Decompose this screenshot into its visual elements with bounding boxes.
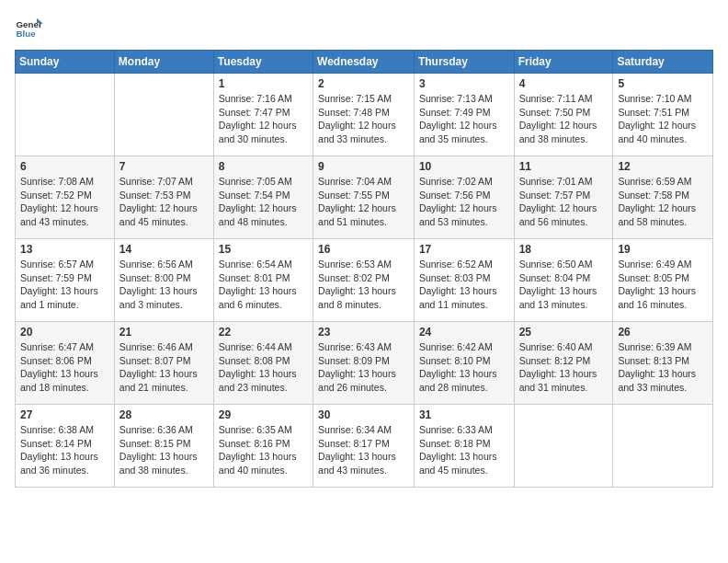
calendar-cell: 6Sunrise: 7:08 AMSunset: 7:52 PMDaylight… [16, 156, 115, 239]
day-info: Sunrise: 6:36 AMSunset: 8:15 PMDaylight:… [119, 423, 209, 477]
calendar-cell: 24Sunrise: 6:42 AMSunset: 8:10 PMDayligh… [414, 322, 514, 405]
day-number: 22 [219, 326, 308, 339]
day-number: 10 [419, 160, 509, 173]
day-info: Sunrise: 6:43 AMSunset: 8:09 PMDaylight:… [318, 340, 409, 395]
day-number: 2 [318, 77, 409, 90]
calendar-cell: 9Sunrise: 7:04 AMSunset: 7:55 PMDaylight… [313, 156, 415, 239]
day-info: Sunrise: 7:15 AMSunset: 7:48 PMDaylight:… [318, 92, 409, 146]
calendar-cell: 3Sunrise: 7:13 AMSunset: 7:49 PMDaylight… [414, 74, 514, 156]
day-info: Sunrise: 6:49 AMSunset: 8:05 PMDaylight:… [618, 258, 708, 312]
day-info: Sunrise: 6:53 AMSunset: 8:02 PMDaylight:… [318, 258, 409, 312]
day-number: 26 [618, 326, 708, 339]
day-number: 3 [419, 77, 509, 90]
day-info: Sunrise: 6:40 AMSunset: 8:12 PMDaylight:… [519, 340, 609, 395]
day-info: Sunrise: 6:50 AMSunset: 8:04 PMDaylight:… [519, 258, 609, 312]
calendar-week-row: 13Sunrise: 6:57 AMSunset: 7:59 PMDayligh… [16, 239, 713, 322]
calendar-week-row: 6Sunrise: 7:08 AMSunset: 7:52 PMDaylight… [16, 156, 713, 239]
calendar-table: SundayMondayTuesdayWednesdayThursdayFrid… [15, 50, 713, 488]
calendar-cell: 5Sunrise: 7:10 AMSunset: 7:51 PMDaylight… [613, 74, 713, 156]
calendar-cell: 23Sunrise: 6:43 AMSunset: 8:09 PMDayligh… [313, 322, 415, 405]
day-info: Sunrise: 6:44 AMSunset: 8:08 PMDaylight:… [219, 340, 308, 395]
day-info: Sunrise: 7:16 AMSunset: 7:47 PMDaylight:… [219, 92, 308, 146]
calendar-cell: 4Sunrise: 7:11 AMSunset: 7:50 PMDaylight… [514, 74, 613, 156]
day-number: 16 [318, 243, 409, 256]
day-number: 23 [318, 326, 409, 339]
day-number: 14 [119, 243, 209, 256]
calendar-cell: 17Sunrise: 6:52 AMSunset: 8:03 PMDayligh… [414, 239, 514, 322]
calendar-cell: 29Sunrise: 6:35 AMSunset: 8:16 PMDayligh… [213, 405, 313, 488]
calendar-cell: 13Sunrise: 6:57 AMSunset: 7:59 PMDayligh… [16, 239, 115, 322]
calendar-cell: 19Sunrise: 6:49 AMSunset: 8:05 PMDayligh… [613, 239, 713, 322]
day-number: 30 [318, 408, 409, 421]
day-info: Sunrise: 6:34 AMSunset: 8:17 PMDaylight:… [318, 423, 409, 477]
calendar-cell: 27Sunrise: 6:38 AMSunset: 8:14 PMDayligh… [16, 405, 115, 488]
day-number: 18 [519, 243, 609, 256]
day-number: 8 [219, 160, 308, 173]
day-info: Sunrise: 6:54 AMSunset: 8:01 PMDaylight:… [219, 258, 308, 312]
day-of-week-header: Friday [514, 51, 613, 74]
day-number: 13 [20, 243, 109, 256]
day-info: Sunrise: 7:13 AMSunset: 7:49 PMDaylight:… [419, 92, 509, 146]
day-info: Sunrise: 6:42 AMSunset: 8:10 PMDaylight:… [419, 340, 509, 395]
calendar-cell: 20Sunrise: 6:47 AMSunset: 8:06 PMDayligh… [16, 322, 115, 405]
calendar-cell: 1Sunrise: 7:16 AMSunset: 7:47 PMDaylight… [213, 74, 313, 156]
day-number: 6 [20, 160, 109, 173]
day-info: Sunrise: 6:52 AMSunset: 8:03 PMDaylight:… [419, 258, 509, 312]
day-of-week-header: Sunday [16, 51, 115, 74]
calendar-cell [114, 74, 213, 156]
calendar-week-row: 1Sunrise: 7:16 AMSunset: 7:47 PMDaylight… [16, 74, 713, 156]
calendar-header-row: SundayMondayTuesdayWednesdayThursdayFrid… [16, 51, 713, 74]
day-info: Sunrise: 6:33 AMSunset: 8:18 PMDaylight:… [419, 423, 509, 477]
calendar-cell: 12Sunrise: 6:59 AMSunset: 7:58 PMDayligh… [613, 156, 713, 239]
day-info: Sunrise: 6:56 AMSunset: 8:00 PMDaylight:… [119, 258, 209, 312]
day-of-week-header: Tuesday [213, 51, 313, 74]
day-number: 12 [618, 160, 708, 173]
calendar-cell: 31Sunrise: 6:33 AMSunset: 8:18 PMDayligh… [414, 405, 514, 488]
calendar-cell: 30Sunrise: 6:34 AMSunset: 8:17 PMDayligh… [313, 405, 415, 488]
day-number: 4 [519, 77, 609, 90]
calendar-cell: 16Sunrise: 6:53 AMSunset: 8:02 PMDayligh… [313, 239, 415, 322]
calendar-week-row: 27Sunrise: 6:38 AMSunset: 8:14 PMDayligh… [16, 405, 713, 488]
day-info: Sunrise: 6:59 AMSunset: 7:58 PMDaylight:… [618, 175, 708, 229]
calendar-cell: 14Sunrise: 6:56 AMSunset: 8:00 PMDayligh… [114, 239, 213, 322]
calendar-cell: 11Sunrise: 7:01 AMSunset: 7:57 PMDayligh… [514, 156, 613, 239]
day-of-week-header: Saturday [613, 51, 713, 74]
day-info: Sunrise: 6:46 AMSunset: 8:07 PMDaylight:… [119, 340, 209, 395]
day-number: 7 [119, 160, 209, 173]
day-number: 24 [419, 326, 509, 339]
day-info: Sunrise: 7:05 AMSunset: 7:54 PMDaylight:… [219, 175, 308, 229]
calendar-cell [16, 74, 115, 156]
day-info: Sunrise: 7:01 AMSunset: 7:57 PMDaylight:… [519, 175, 609, 229]
day-number: 20 [20, 326, 109, 339]
calendar-cell: 15Sunrise: 6:54 AMSunset: 8:01 PMDayligh… [213, 239, 313, 322]
day-info: Sunrise: 7:07 AMSunset: 7:53 PMDaylight:… [119, 175, 209, 229]
day-info: Sunrise: 6:57 AMSunset: 7:59 PMDaylight:… [20, 258, 109, 312]
calendar-cell: 22Sunrise: 6:44 AMSunset: 8:08 PMDayligh… [213, 322, 313, 405]
calendar-cell: 21Sunrise: 6:46 AMSunset: 8:07 PMDayligh… [114, 322, 213, 405]
day-number: 25 [519, 326, 609, 339]
logo-icon: General Blue [15, 15, 42, 42]
day-of-week-header: Thursday [414, 51, 514, 74]
day-info: Sunrise: 7:02 AMSunset: 7:56 PMDaylight:… [419, 175, 509, 229]
calendar-week-row: 20Sunrise: 6:47 AMSunset: 8:06 PMDayligh… [16, 322, 713, 405]
calendar-cell: 7Sunrise: 7:07 AMSunset: 7:53 PMDaylight… [114, 156, 213, 239]
calendar-cell: 2Sunrise: 7:15 AMSunset: 7:48 PMDaylight… [313, 74, 415, 156]
calendar-cell: 10Sunrise: 7:02 AMSunset: 7:56 PMDayligh… [414, 156, 514, 239]
day-info: Sunrise: 6:35 AMSunset: 8:16 PMDaylight:… [219, 423, 308, 477]
day-number: 1 [219, 77, 308, 90]
day-of-week-header: Monday [114, 51, 213, 74]
day-info: Sunrise: 6:38 AMSunset: 8:14 PMDaylight:… [20, 423, 109, 477]
day-info: Sunrise: 7:11 AMSunset: 7:50 PMDaylight:… [519, 92, 609, 146]
day-number: 29 [219, 408, 308, 421]
day-number: 15 [219, 243, 308, 256]
day-info: Sunrise: 7:04 AMSunset: 7:55 PMDaylight:… [318, 175, 409, 229]
day-of-week-header: Wednesday [313, 51, 415, 74]
calendar-cell: 8Sunrise: 7:05 AMSunset: 7:54 PMDaylight… [213, 156, 313, 239]
day-number: 17 [419, 243, 509, 256]
day-number: 31 [419, 408, 509, 421]
day-info: Sunrise: 7:08 AMSunset: 7:52 PMDaylight:… [20, 175, 109, 229]
day-number: 9 [318, 160, 409, 173]
day-number: 19 [618, 243, 708, 256]
day-number: 27 [20, 408, 109, 421]
day-number: 28 [119, 408, 209, 421]
